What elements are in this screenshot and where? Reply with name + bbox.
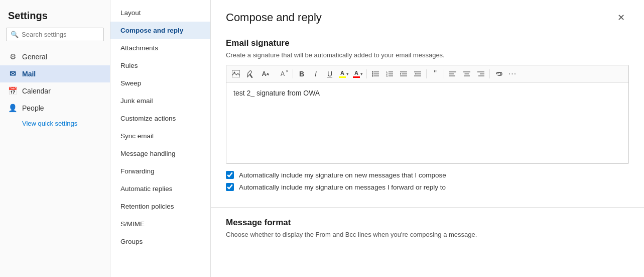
toolbar-align-center-button[interactable]: [460, 67, 473, 80]
middle-panel: Layout Compose and reply Attachments Rul…: [110, 0, 211, 277]
app-title: Settings: [0, 6, 110, 28]
checkbox-forward-reply-label: Automatically include my signature on me…: [239, 183, 446, 191]
nav-customize-actions[interactable]: Customize actions: [110, 110, 210, 127]
nav-forwarding[interactable]: Forwarding: [110, 162, 210, 180]
toolbar-more-button[interactable]: ···: [506, 67, 519, 80]
svg-point-3: [372, 71, 373, 73]
people-icon: 👤: [8, 104, 17, 113]
view-quick-settings-link[interactable]: View quick settings: [0, 117, 110, 130]
nav-layout[interactable]: Layout: [110, 4, 210, 22]
sidebar-item-calendar[interactable]: 📅 Calendar: [0, 82, 110, 100]
close-button[interactable]: ✕: [613, 10, 629, 25]
nav-sync-email[interactable]: Sync email: [110, 127, 210, 145]
mail-icon: ✉: [8, 69, 17, 78]
nav-compose-reply[interactable]: Compose and reply: [110, 22, 210, 39]
toolbar-font-size-button[interactable]: AA: [257, 67, 274, 80]
toolbar-link-button[interactable]: [492, 67, 505, 80]
sidebar-item-label-people: People: [22, 104, 44, 112]
toolbar-italic-button[interactable]: I: [309, 67, 322, 80]
signature-editor-container: AA A▾ B I U A ▾: [226, 65, 629, 164]
sidebar-item-label-mail: Mail: [22, 70, 36, 78]
checkbox-new-messages[interactable]: [226, 171, 234, 179]
sidebar-item-label-general: General: [22, 53, 47, 61]
toolbar-divider-1: [293, 69, 293, 78]
nav-section: ⚙ General ✉ Mail 📅 Calendar 👤 People Vie…: [0, 47, 110, 131]
nav-groups[interactable]: Groups: [110, 233, 210, 250]
calendar-icon: 📅: [8, 86, 17, 96]
toolbar-font-color-button[interactable]: A ▾: [351, 69, 364, 79]
email-signature-section: Email signature Create a signature that …: [211, 30, 644, 203]
checkbox-new-messages-label: Automatically include my signature on ne…: [239, 171, 446, 179]
toolbar-divider-5: [489, 69, 490, 78]
main-content: Compose and reply ✕ Email signature Crea…: [211, 0, 644, 277]
svg-text:3.: 3.: [386, 74, 388, 77]
page-title: Compose and reply: [226, 11, 322, 24]
toolbar-align-left-button[interactable]: [446, 67, 459, 80]
toolbar-quote-button[interactable]: ": [429, 67, 442, 80]
toolbar-text-size-button[interactable]: A▾: [275, 67, 291, 80]
toolbar-bullets-button[interactable]: [369, 67, 382, 80]
toolbar-numbered-list-button[interactable]: 1.2.3.: [383, 67, 396, 80]
gear-icon: ⚙: [8, 52, 17, 61]
nav-junk-email[interactable]: Junk email: [110, 92, 210, 110]
toolbar-indent-button[interactable]: [397, 67, 410, 80]
checkbox-new-messages-row: Automatically include my signature on ne…: [226, 171, 629, 179]
svg-point-7: [372, 75, 373, 77]
font-color-dropdown-icon: ▾: [360, 71, 363, 76]
sidebar-item-general[interactable]: ⚙ General: [0, 48, 110, 65]
nav-attachments[interactable]: Attachments: [110, 39, 210, 57]
main-header: Compose and reply ✕: [211, 0, 644, 30]
svg-line-2: [250, 74, 252, 77]
sidebar-item-label-calendar: Calendar: [22, 87, 51, 95]
checkbox-forward-reply-row: Automatically include my signature on me…: [226, 183, 629, 191]
signature-editor-body[interactable]: test 2_ signature from OWA: [226, 83, 628, 163]
toolbar-divider-3: [426, 69, 427, 78]
message-format-section: Message format Choose whether to display…: [211, 212, 644, 244]
email-signature-desc: Create a signature that will be automati…: [226, 51, 629, 59]
signature-content: test 2_ signature from OWA: [233, 89, 320, 97]
search-box[interactable]: 🔍: [6, 28, 104, 41]
toolbar-divider-4: [444, 69, 444, 78]
nav-rules[interactable]: Rules: [110, 57, 210, 74]
toolbar-underline-button[interactable]: U: [323, 67, 336, 80]
section-divider: [211, 207, 644, 208]
svg-marker-18: [400, 73, 402, 75]
toolbar-align-right-button[interactable]: [474, 67, 487, 80]
svg-point-5: [372, 73, 373, 75]
svg-marker-22: [415, 73, 416, 75]
highlight-dropdown-icon: ▾: [346, 71, 349, 76]
toolbar-highlight-button[interactable]: A ▾: [337, 69, 350, 79]
toolbar-divider-2: [366, 69, 367, 78]
sidebar: Settings 🔍 ⚙ General ✉ Mail 📅 Calendar 👤…: [0, 0, 110, 277]
toolbar-outdent-button[interactable]: [411, 67, 424, 80]
toolbar-image-button[interactable]: [229, 67, 242, 80]
nav-retention-policies[interactable]: Retention policies: [110, 198, 210, 215]
checkbox-forward-reply[interactable]: [226, 183, 234, 191]
message-format-desc: Choose whether to display the From and B…: [226, 231, 629, 238]
nav-message-handling[interactable]: Message handling: [110, 145, 210, 162]
nav-sweep[interactable]: Sweep: [110, 74, 210, 92]
message-format-title: Message format: [226, 218, 629, 228]
search-icon: 🔍: [11, 31, 19, 38]
search-input[interactable]: [22, 31, 99, 38]
sidebar-item-mail[interactable]: ✉ Mail: [0, 65, 110, 82]
nav-smime[interactable]: S/MIME: [110, 215, 210, 233]
editor-toolbar: AA A▾ B I U A ▾: [226, 65, 628, 83]
sidebar-item-people[interactable]: 👤 People: [0, 100, 110, 117]
nav-automatic-replies[interactable]: Automatic replies: [110, 180, 210, 198]
toolbar-bold-button[interactable]: B: [295, 67, 308, 80]
email-signature-title: Email signature: [226, 38, 629, 48]
toolbar-brush-button[interactable]: [243, 67, 256, 80]
